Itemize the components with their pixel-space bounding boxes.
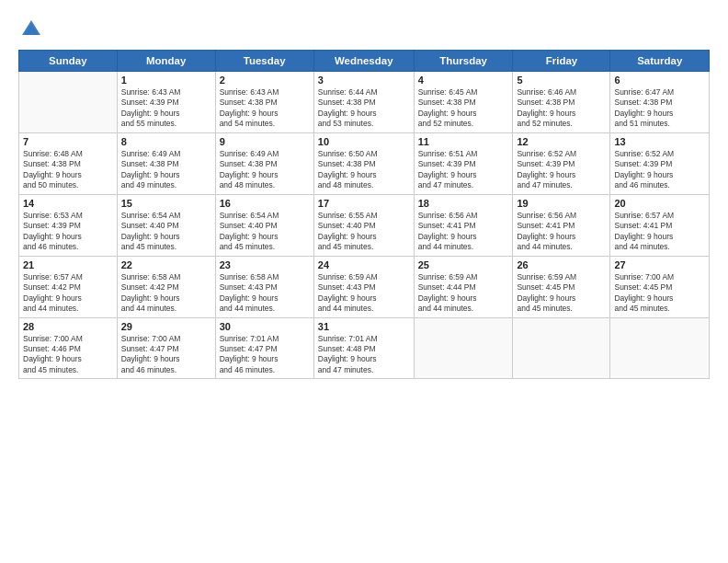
day-number: 5 xyxy=(517,75,606,86)
calendar-cell: 24Sunrise: 6:59 AM Sunset: 4:43 PM Dayli… xyxy=(313,256,414,317)
day-info: Sunrise: 6:50 AM Sunset: 4:38 PM Dayligh… xyxy=(318,149,410,191)
col-header-wednesday: Wednesday xyxy=(313,51,414,72)
day-number: 13 xyxy=(614,136,705,147)
calendar-cell xyxy=(19,72,118,133)
day-info: Sunrise: 6:56 AM Sunset: 4:41 PM Dayligh… xyxy=(418,211,509,253)
day-info: Sunrise: 6:53 AM Sunset: 4:39 PM Dayligh… xyxy=(23,211,113,253)
calendar-cell: 1Sunrise: 6:43 AM Sunset: 4:39 PM Daylig… xyxy=(117,72,215,133)
calendar-table: SundayMondayTuesdayWednesdayThursdayFrid… xyxy=(18,50,710,379)
page: SundayMondayTuesdayWednesdayThursdayFrid… xyxy=(0,0,728,563)
col-header-saturday: Saturday xyxy=(610,51,710,72)
calendar-cell: 9Sunrise: 6:49 AM Sunset: 4:38 PM Daylig… xyxy=(215,132,313,194)
day-number: 14 xyxy=(23,198,113,209)
day-info: Sunrise: 6:57 AM Sunset: 4:41 PM Dayligh… xyxy=(614,211,705,253)
day-number: 31 xyxy=(318,321,410,332)
day-number: 17 xyxy=(318,198,410,209)
calendar-cell: 17Sunrise: 6:55 AM Sunset: 4:40 PM Dayli… xyxy=(313,194,414,256)
logo xyxy=(18,17,48,42)
calendar-cell: 25Sunrise: 6:59 AM Sunset: 4:44 PM Dayli… xyxy=(414,256,513,317)
day-number: 25 xyxy=(418,259,509,270)
day-info: Sunrise: 7:00 AM Sunset: 4:47 PM Dayligh… xyxy=(121,334,211,376)
day-info: Sunrise: 6:47 AM Sunset: 4:38 PM Dayligh… xyxy=(614,87,705,130)
logo-icon xyxy=(18,17,44,42)
day-number: 8 xyxy=(121,136,211,147)
day-info: Sunrise: 6:46 AM Sunset: 4:38 PM Dayligh… xyxy=(517,87,606,130)
day-number: 2 xyxy=(220,75,310,86)
day-info: Sunrise: 6:57 AM Sunset: 4:42 PM Dayligh… xyxy=(23,272,113,315)
day-number: 28 xyxy=(23,321,113,332)
day-info: Sunrise: 6:58 AM Sunset: 4:42 PM Dayligh… xyxy=(121,272,211,315)
day-number: 19 xyxy=(517,198,606,209)
day-info: Sunrise: 6:45 AM Sunset: 4:38 PM Dayligh… xyxy=(418,87,509,130)
day-info: Sunrise: 6:49 AM Sunset: 4:38 PM Dayligh… xyxy=(121,149,211,191)
day-number: 29 xyxy=(121,321,211,332)
calendar-week-1: 1Sunrise: 6:43 AM Sunset: 4:39 PM Daylig… xyxy=(19,72,710,133)
calendar-cell: 30Sunrise: 7:01 AM Sunset: 4:47 PM Dayli… xyxy=(215,317,313,379)
calendar-cell: 16Sunrise: 6:54 AM Sunset: 4:40 PM Dayli… xyxy=(215,194,313,256)
day-info: Sunrise: 7:00 AM Sunset: 4:46 PM Dayligh… xyxy=(23,334,113,376)
day-number: 11 xyxy=(418,136,509,147)
day-number: 16 xyxy=(220,198,310,209)
calendar-cell: 13Sunrise: 6:52 AM Sunset: 4:39 PM Dayli… xyxy=(610,132,710,194)
day-number: 9 xyxy=(220,136,310,147)
calendar-cell: 26Sunrise: 6:59 AM Sunset: 4:45 PM Dayli… xyxy=(513,256,610,317)
day-info: Sunrise: 7:01 AM Sunset: 4:47 PM Dayligh… xyxy=(220,334,310,376)
day-number: 10 xyxy=(318,136,410,147)
calendar-week-5: 28Sunrise: 7:00 AM Sunset: 4:46 PM Dayli… xyxy=(19,317,710,379)
day-info: Sunrise: 6:48 AM Sunset: 4:38 PM Dayligh… xyxy=(23,149,113,191)
col-header-tuesday: Tuesday xyxy=(215,51,313,72)
header xyxy=(18,17,710,42)
calendar-week-4: 21Sunrise: 6:57 AM Sunset: 4:42 PM Dayli… xyxy=(19,256,710,317)
calendar-cell: 11Sunrise: 6:51 AM Sunset: 4:39 PM Dayli… xyxy=(414,132,513,194)
day-number: 7 xyxy=(23,136,113,147)
day-number: 4 xyxy=(418,75,509,86)
calendar-cell: 22Sunrise: 6:58 AM Sunset: 4:42 PM Dayli… xyxy=(117,256,215,317)
day-number: 24 xyxy=(318,259,410,270)
day-info: Sunrise: 6:59 AM Sunset: 4:43 PM Dayligh… xyxy=(318,272,410,315)
day-info: Sunrise: 6:51 AM Sunset: 4:39 PM Dayligh… xyxy=(418,149,509,191)
day-number: 6 xyxy=(614,75,705,86)
calendar-cell: 23Sunrise: 6:58 AM Sunset: 4:43 PM Dayli… xyxy=(215,256,313,317)
day-info: Sunrise: 6:44 AM Sunset: 4:38 PM Dayligh… xyxy=(318,87,410,130)
calendar-cell: 27Sunrise: 7:00 AM Sunset: 4:45 PM Dayli… xyxy=(610,256,710,317)
day-info: Sunrise: 6:54 AM Sunset: 4:40 PM Dayligh… xyxy=(121,211,211,253)
calendar-cell: 2Sunrise: 6:43 AM Sunset: 4:38 PM Daylig… xyxy=(215,72,313,133)
day-number: 21 xyxy=(23,259,113,270)
day-number: 27 xyxy=(614,259,705,270)
day-number: 22 xyxy=(121,259,211,270)
calendar-cell: 12Sunrise: 6:52 AM Sunset: 4:39 PM Dayli… xyxy=(513,132,610,194)
calendar-cell: 8Sunrise: 6:49 AM Sunset: 4:38 PM Daylig… xyxy=(117,132,215,194)
calendar-cell: 5Sunrise: 6:46 AM Sunset: 4:38 PM Daylig… xyxy=(513,72,610,133)
day-info: Sunrise: 6:43 AM Sunset: 4:38 PM Dayligh… xyxy=(220,87,310,130)
calendar-cell: 29Sunrise: 7:00 AM Sunset: 4:47 PM Dayli… xyxy=(117,317,215,379)
day-info: Sunrise: 7:01 AM Sunset: 4:48 PM Dayligh… xyxy=(318,334,410,376)
day-number: 20 xyxy=(614,198,705,209)
calendar-cell: 21Sunrise: 6:57 AM Sunset: 4:42 PM Dayli… xyxy=(19,256,118,317)
day-number: 12 xyxy=(517,136,606,147)
calendar-cell: 7Sunrise: 6:48 AM Sunset: 4:38 PM Daylig… xyxy=(19,132,118,194)
calendar-header-row: SundayMondayTuesdayWednesdayThursdayFrid… xyxy=(19,51,710,72)
day-number: 30 xyxy=(220,321,310,332)
day-info: Sunrise: 6:52 AM Sunset: 4:39 PM Dayligh… xyxy=(614,149,705,191)
calendar-cell: 31Sunrise: 7:01 AM Sunset: 4:48 PM Dayli… xyxy=(313,317,414,379)
day-info: Sunrise: 6:54 AM Sunset: 4:40 PM Dayligh… xyxy=(220,211,310,253)
col-header-friday: Friday xyxy=(513,51,610,72)
calendar-week-3: 14Sunrise: 6:53 AM Sunset: 4:39 PM Dayli… xyxy=(19,194,710,256)
day-number: 23 xyxy=(220,259,310,270)
calendar-cell: 15Sunrise: 6:54 AM Sunset: 4:40 PM Dayli… xyxy=(117,194,215,256)
day-info: Sunrise: 6:49 AM Sunset: 4:38 PM Dayligh… xyxy=(220,149,310,191)
day-number: 15 xyxy=(121,198,211,209)
day-info: Sunrise: 6:55 AM Sunset: 4:40 PM Dayligh… xyxy=(318,211,410,253)
col-header-thursday: Thursday xyxy=(414,51,513,72)
calendar-cell xyxy=(610,317,710,379)
col-header-monday: Monday xyxy=(117,51,215,72)
calendar-cell: 6Sunrise: 6:47 AM Sunset: 4:38 PM Daylig… xyxy=(610,72,710,133)
day-info: Sunrise: 6:52 AM Sunset: 4:39 PM Dayligh… xyxy=(517,149,606,191)
day-number: 3 xyxy=(318,75,410,86)
calendar-cell: 14Sunrise: 6:53 AM Sunset: 4:39 PM Dayli… xyxy=(19,194,118,256)
day-info: Sunrise: 6:43 AM Sunset: 4:39 PM Dayligh… xyxy=(121,87,211,130)
calendar-week-2: 7Sunrise: 6:48 AM Sunset: 4:38 PM Daylig… xyxy=(19,132,710,194)
day-number: 18 xyxy=(418,198,509,209)
calendar-cell: 28Sunrise: 7:00 AM Sunset: 4:46 PM Dayli… xyxy=(19,317,118,379)
calendar-cell xyxy=(513,317,610,379)
